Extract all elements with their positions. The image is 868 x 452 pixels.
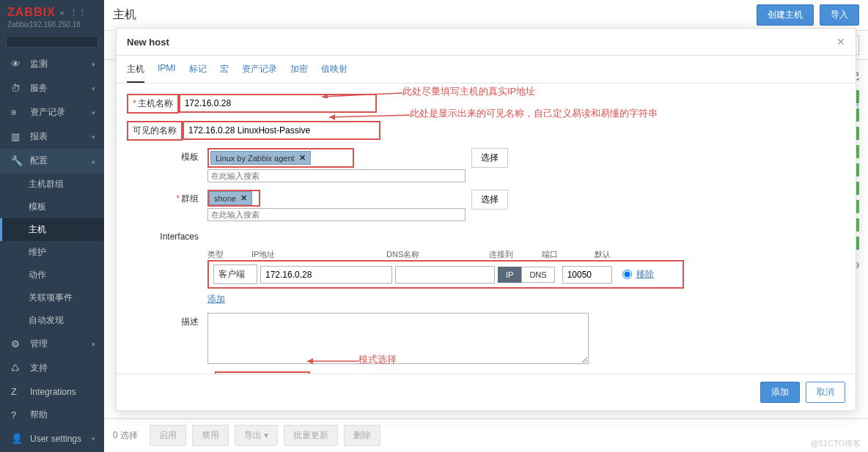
enable-button[interactable]: 启用	[150, 425, 186, 446]
integrations-icon: Z	[11, 386, 23, 397]
remove-interface-link[interactable]: 移除	[636, 268, 654, 281]
logo-area: ZABBIX « ⋮⋮ Zabbix192.168.250.18	[0, 0, 104, 32]
logo[interactable]: ZABBIX « ⋮⋮	[7, 6, 97, 19]
interface-row: 客户端 IP DNS 移除	[207, 260, 684, 289]
tab-ipmi[interactable]: IPMI	[158, 63, 176, 83]
interfaces-label: Interfaces	[127, 229, 207, 242]
main-content: 主机 创建主机 导入 过滤器 ▿ 移除 用性 agent 加密 信息 标记 ZB…	[104, 0, 868, 452]
nav-config[interactable]: 🔧配置▴	[0, 149, 104, 173]
interface-dns-input[interactable]	[395, 266, 495, 284]
modal-title: New host	[127, 37, 169, 48]
nav-services[interactable]: ⏱服务▾	[0, 76, 104, 100]
user-icon: 👤	[11, 433, 23, 444]
close-icon[interactable]: ✕	[836, 36, 845, 48]
selection-count: 0 选择	[113, 429, 138, 442]
nav-help[interactable]: ?帮助	[0, 403, 104, 427]
interface-ip-input[interactable]	[260, 266, 392, 284]
visible-name-label: 可见的名称	[127, 121, 183, 141]
menu-icon[interactable]: ⋮⋮	[70, 8, 87, 18]
subnav-hosts[interactable]: 主机	[0, 218, 104, 241]
chevron-up-icon: ▴	[92, 158, 95, 165]
import-button[interactable]: 导入	[820, 4, 859, 26]
remove-tag-icon[interactable]: ✕	[299, 153, 306, 163]
subnav-maintenance[interactable]: 维护	[0, 241, 104, 264]
select-template-button[interactable]: 选择	[471, 148, 508, 168]
nav-user-settings[interactable]: 👤User settings▾	[0, 427, 104, 450]
proxy-label: 由agent代理程序监测	[127, 371, 215, 374]
tab-tags[interactable]: 标记	[189, 63, 207, 83]
tab-valuemap[interactable]: 值映射	[321, 63, 347, 83]
templates-multiselect[interactable]: Linux by Zabbix agent✕	[207, 148, 354, 168]
remove-tag-icon[interactable]: ✕	[240, 193, 247, 203]
page-title: 主机	[113, 7, 136, 23]
connect-ip-button[interactable]: IP	[498, 267, 521, 283]
nav-integrations[interactable]: ZIntegrations	[0, 380, 104, 403]
config-submenu: 主机群组 模板 主机 维护 动作 关联项事件 自动发现	[0, 173, 104, 332]
wrench-icon: 🔧	[11, 155, 23, 166]
create-host-button[interactable]: 创建主机	[757, 4, 814, 26]
tab-encryption[interactable]: 加密	[290, 63, 308, 83]
group-search-input[interactable]	[207, 208, 466, 221]
search-box[interactable]: 🔍	[6, 36, 98, 48]
brand-text: ZABBIX	[7, 6, 56, 19]
delete-button[interactable]: 删除	[344, 425, 380, 446]
page-header: 主机 创建主机 导入	[104, 0, 868, 31]
groups-label: *群组	[127, 190, 207, 205]
chevron-down-icon: ▾	[92, 109, 95, 116]
select-group-button[interactable]: 选择	[471, 190, 508, 210]
sidebar: ZABBIX « ⋮⋮ Zabbix192.168.250.18 🔍 👁监测▾ …	[0, 0, 104, 452]
interface-default-radio[interactable]	[622, 270, 632, 279]
visible-name-input[interactable]	[183, 121, 380, 140]
interfaces-header: 类型 IP地址 DNS名称 连接到 端口 默认	[207, 249, 662, 260]
nav-inventory[interactable]: ≡资产记录▾	[0, 100, 104, 125]
nav-monitor[interactable]: 👁监测▾	[0, 52, 104, 76]
template-pill[interactable]: Linux by Zabbix agent✕	[210, 151, 311, 165]
description-textarea[interactable]	[207, 313, 589, 364]
subnav-correlation[interactable]: 关联项事件	[0, 286, 104, 309]
tab-inventory[interactable]: 资产记录	[242, 63, 277, 83]
subnav-host-groups[interactable]: 主机群组	[0, 173, 104, 196]
chevron-down-icon: ▾	[92, 341, 95, 348]
group-pill[interactable]: shone✕	[209, 191, 252, 205]
hostname-input[interactable]	[179, 94, 377, 113]
interface-type[interactable]: 客户端	[213, 264, 257, 284]
subnav-discovery[interactable]: 自动发现	[0, 309, 104, 332]
add-interface-link[interactable]: 添加	[207, 294, 225, 304]
chart-icon: ▥	[11, 131, 23, 142]
chevron-down-icon: ▾	[92, 61, 95, 68]
tab-macros[interactable]: 宏	[220, 63, 229, 83]
new-host-modal: New host ✕ 主机 IPMI 标记 宏 资产记录 加密 值映射 *主机名…	[116, 28, 856, 411]
clock-icon: ⏱	[11, 83, 23, 94]
subnav-templates[interactable]: 模板	[0, 196, 104, 218]
search-input[interactable]	[11, 37, 112, 46]
chevron-down-icon: ▾	[92, 435, 95, 442]
description-label: 描述	[127, 313, 207, 328]
nav-admin[interactable]: ⚙管理▾	[0, 332, 104, 356]
chevron-down-icon: ▾	[92, 133, 95, 141]
export-button[interactable]: 导出 ▾	[235, 425, 278, 446]
subnav-actions[interactable]: 动作	[0, 264, 104, 286]
server-address: Zabbix192.168.250.18	[7, 21, 97, 29]
proxy-select[interactable]: proxy_passive	[215, 371, 310, 374]
templates-label: 模板	[127, 148, 207, 163]
svg-line-2	[329, 115, 410, 117]
gear-icon: ⚙	[11, 338, 23, 349]
add-button[interactable]: 添加	[760, 382, 800, 403]
cancel-button[interactable]: 取消	[806, 382, 845, 403]
svg-marker-3	[329, 114, 335, 120]
eye-icon: 👁	[11, 59, 23, 70]
template-search-input[interactable]	[207, 169, 466, 182]
mass-update-button[interactable]: 批量更新	[284, 425, 338, 446]
footer-actions: 0 选择 启用 禁用 导出 ▾ 批量更新 删除	[104, 418, 868, 452]
collapse-icon[interactable]: «	[60, 8, 65, 17]
connect-dns-button[interactable]: DNS	[521, 267, 554, 283]
nav-support[interactable]: ♺支持	[0, 356, 104, 380]
disable-button[interactable]: 禁用	[192, 425, 229, 446]
list-icon: ≡	[11, 107, 23, 118]
hostname-label: *主机名称	[127, 94, 179, 114]
support-icon: ♺	[11, 363, 23, 374]
nav-reports[interactable]: ▥报表▾	[0, 125, 104, 149]
watermark: @51CTO博客	[811, 438, 861, 449]
tab-host[interactable]: 主机	[127, 63, 144, 83]
interface-port-input[interactable]	[562, 266, 612, 284]
